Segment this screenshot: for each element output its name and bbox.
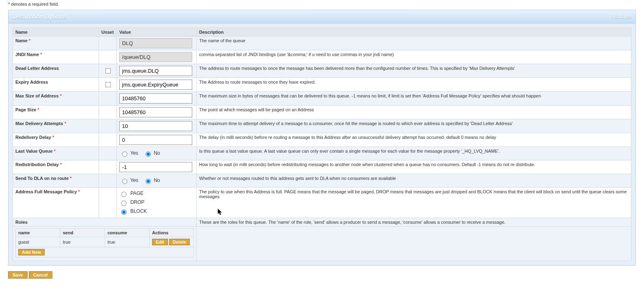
input-redel[interactable] bbox=[119, 135, 192, 145]
input-pagesize[interactable] bbox=[119, 107, 192, 117]
input-dla[interactable] bbox=[119, 66, 192, 76]
radio-policy-block[interactable]: BLOCK bbox=[119, 207, 194, 216]
table-row: guest true true Edit Delete bbox=[16, 237, 194, 247]
cancel-button[interactable]: Cancel bbox=[29, 271, 52, 279]
unset-dla[interactable] bbox=[105, 68, 111, 74]
input-maxdel[interactable] bbox=[119, 121, 192, 131]
radio-sendtodla-yes[interactable]: Yes bbox=[120, 177, 138, 183]
col-header-name: Name bbox=[13, 28, 99, 37]
roles-col-consume: consume bbox=[105, 229, 150, 237]
desc-maxdel: The maximum time to attempt delivery of … bbox=[197, 119, 631, 133]
required-field-note: * denotes a required field. bbox=[8, 2, 636, 6]
col-header-value: Value bbox=[117, 28, 197, 37]
roles-col-send: send bbox=[60, 229, 105, 237]
input-expiry[interactable] bbox=[119, 80, 192, 90]
label-name: Name * bbox=[13, 37, 99, 50]
col-header-desc: Description bbox=[197, 28, 631, 37]
add-role-button[interactable]: Add New bbox=[18, 249, 45, 255]
delete-role-button[interactable]: Delete bbox=[169, 239, 190, 245]
desc-pagesize: The point at which messages will be page… bbox=[197, 106, 631, 119]
radio-lvq-yes[interactable]: Yes bbox=[120, 150, 138, 156]
panel-body: Name Unset Value Description Name * The … bbox=[9, 24, 635, 265]
label-maxdel: Max Delivery Attempts * bbox=[13, 119, 99, 133]
label-maxsize: Max Size of Address * bbox=[13, 92, 99, 106]
desc-sendtodla: Whether or not messages routed to this a… bbox=[197, 174, 631, 188]
save-button[interactable]: Save bbox=[8, 271, 28, 279]
role-name: guest bbox=[16, 237, 60, 247]
radio-policy: PAGE DROP BLOCK bbox=[119, 189, 194, 216]
options-table: Name Unset Value Description Name * The … bbox=[13, 28, 631, 261]
label-pagesize: Page Size * bbox=[13, 106, 99, 119]
panel-title: Destination Options bbox=[13, 13, 67, 20]
label-redel: Redelivery Delay * bbox=[13, 133, 99, 147]
radio-sendtodla-no[interactable]: No bbox=[144, 177, 160, 183]
destination-options-panel: Destination Options - Collapse Name Unse… bbox=[8, 10, 636, 266]
radio-policy-page[interactable]: PAGE bbox=[119, 189, 194, 198]
desc-expiry: The Address to route messages to once th… bbox=[197, 78, 631, 92]
col-header-unset: Unset bbox=[99, 28, 117, 37]
label-sendtodla: Send To DLA on no route * bbox=[13, 174, 99, 188]
radio-policy-drop[interactable]: DROP bbox=[119, 198, 194, 207]
desc-lvq: Is this queue a last value queue. A last… bbox=[197, 147, 631, 160]
panel-header: Destination Options - Collapse bbox=[9, 10, 635, 24]
desc-dla: The address to route messages to once th… bbox=[197, 64, 631, 78]
label-redist: Redistribution Delay * bbox=[13, 160, 99, 174]
unset-expiry[interactable] bbox=[105, 82, 111, 88]
desc-jndi: comma-separated list of JNDI bindings (u… bbox=[197, 50, 631, 64]
roles-col-name: name bbox=[16, 229, 60, 237]
roles-table: name send consume Actions guest true bbox=[15, 228, 194, 257]
label-expiry: Expiry Address bbox=[13, 78, 99, 92]
input-name bbox=[119, 38, 192, 48]
input-maxsize[interactable] bbox=[119, 93, 192, 104]
label-policy: Address Full Message Policy * bbox=[13, 188, 99, 218]
label-roles: Roles bbox=[13, 218, 197, 227]
desc-roles: These are the roles for this queue. The … bbox=[197, 218, 631, 227]
label-jndi: JNDI Name * bbox=[13, 50, 99, 64]
desc-policy: The policy to use when this Address is f… bbox=[197, 188, 631, 218]
label-dla: Dead Letter Address bbox=[13, 64, 99, 78]
radio-lvq-no[interactable]: No bbox=[144, 150, 160, 156]
form-actions: Save Cancel bbox=[8, 271, 636, 279]
input-jndi bbox=[119, 52, 192, 62]
required-note-text: denotes a required field. bbox=[10, 2, 59, 6]
desc-maxsize: The maximum size in bytes of messages th… bbox=[197, 92, 631, 106]
collapse-link[interactable]: - Collapse bbox=[611, 14, 631, 19]
edit-role-button[interactable]: Edit bbox=[152, 239, 168, 245]
radio-lvq: Yes No bbox=[119, 149, 194, 158]
radio-sendtodla: Yes No bbox=[119, 176, 194, 186]
role-send: true bbox=[60, 237, 105, 247]
role-consume: true bbox=[105, 237, 150, 247]
roles-col-actions: Actions bbox=[150, 229, 194, 237]
input-redist[interactable] bbox=[119, 162, 192, 172]
desc-redel: The delay (in milli seconds) before re r… bbox=[197, 133, 631, 147]
label-lvq: Last Value Queue * bbox=[13, 147, 99, 160]
desc-redist: How long to wait (in milli seconds) befo… bbox=[197, 160, 631, 174]
desc-name: The name of the queue bbox=[197, 37, 631, 50]
